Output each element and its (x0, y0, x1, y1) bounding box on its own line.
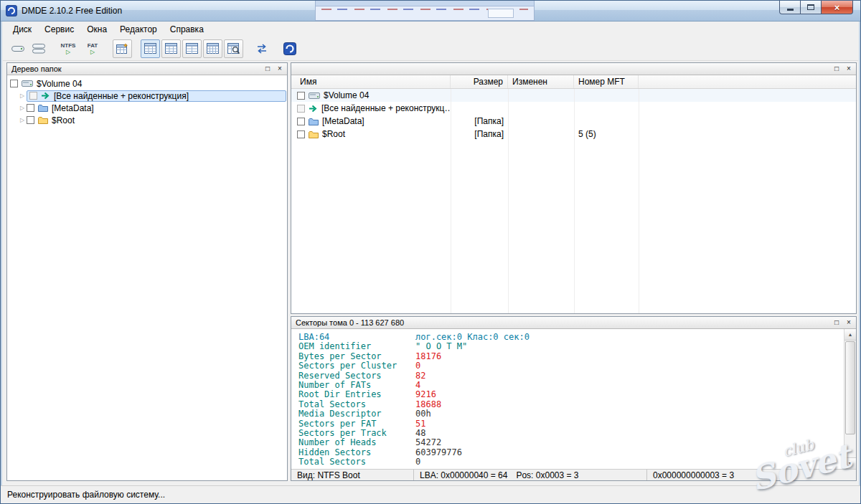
tree-item-root[interactable]: ▷ $Root (7, 114, 287, 126)
menu-service[interactable]: Сервис (38, 23, 80, 36)
sector-field-line[interactable]: Sectors per Track48 (298, 429, 844, 438)
table-icon (165, 43, 177, 54)
lba-label: LBA:64 (298, 333, 415, 342)
column-name[interactable]: Имя (291, 75, 451, 88)
table-icon (186, 43, 198, 54)
about-dmde-button[interactable] (280, 39, 299, 58)
swap-bytes-button[interactable] (252, 39, 271, 58)
menu-disk[interactable]: Диск (6, 23, 38, 36)
checkbox[interactable] (297, 118, 305, 125)
sector-field-line[interactable]: Root Dir Entries9216 (298, 390, 844, 399)
window-title: DMDE 2.10.2 Free Edition (22, 6, 122, 16)
sector-lba-line[interactable]: LBA:64лог.сек:0 Клас:0 сек:0 (298, 333, 844, 342)
checkbox[interactable] (297, 92, 305, 100)
new-scan-button[interactable] (113, 39, 132, 58)
close-panel-icon[interactable]: × (275, 65, 285, 74)
ntfs-search-button[interactable]: NTFS ▷ (57, 39, 80, 58)
field-value: 0 (415, 457, 420, 467)
folder-blue-icon (38, 104, 48, 112)
expand-icon[interactable]: ▷ (18, 117, 27, 123)
expand-icon[interactable]: ▷ (18, 105, 27, 111)
clusters-view-button[interactable] (203, 39, 222, 58)
sector-panel-header: Секторы тома 0 - 113 627 680 □ × (291, 317, 856, 329)
toolbar: NTFS ▷ FAT ▷ (3, 37, 858, 61)
field-label: Number of FATs (298, 381, 415, 390)
titlebar[interactable]: DMDE 2.10.2 Free Edition × (1, 1, 860, 22)
checkbox[interactable] (10, 80, 18, 87)
tree-item-volume[interactable]: $Volume 04 (7, 77, 287, 90)
sector-field-line[interactable]: Number of Heads54272 (298, 438, 844, 447)
menu-windows[interactable]: Окна (80, 23, 113, 36)
scrollbar-thumb[interactable] (845, 341, 855, 434)
sector-hex-view[interactable]: LBA:64лог.сек:0 Клас:0 сек:0 OEM identif… (291, 329, 844, 469)
partitions-button[interactable] (161, 39, 181, 58)
checkbox[interactable] (29, 92, 37, 100)
checkbox[interactable] (27, 116, 34, 124)
sector-field-line[interactable]: Bytes per Sector18176 (298, 352, 844, 361)
fat-search-button[interactable]: FAT ▷ (81, 39, 104, 58)
field-label: Sectors per Track (298, 429, 415, 438)
field-label: Hidden Sectors (298, 448, 415, 457)
status-text: Реконструировать файловую систему... (7, 490, 165, 500)
table-icon (144, 43, 156, 54)
tree-item-label: [Все найденные + реконструкция] (54, 91, 189, 101)
field-value: 18176 (415, 351, 441, 361)
sector-field-line[interactable]: Media Descriptor00h (298, 409, 844, 419)
minimize-icon (787, 9, 794, 11)
sector-field-line[interactable]: Number of FATs4 (298, 381, 844, 390)
select-disk-button[interactable] (8, 39, 27, 58)
close-panel-icon[interactable]: × (844, 318, 854, 328)
sector-field-line[interactable]: Hidden Sectors603979776 (298, 448, 844, 457)
close-panel-icon[interactable]: × (844, 65, 854, 74)
column-mft[interactable]: Номер MFT (574, 75, 639, 88)
checkbox[interactable] (297, 130, 305, 138)
checkbox[interactable] (27, 104, 34, 112)
tree-item-metadata[interactable]: ▷ [MetaData] (7, 102, 287, 114)
disk-icon (11, 44, 24, 53)
vertical-scrollbar[interactable]: ▲ ▼ (844, 329, 856, 469)
maximize-button[interactable] (800, 1, 822, 14)
expand-icon[interactable]: ▷ (18, 92, 27, 99)
column-modified[interactable]: Изменен (508, 75, 574, 88)
maximize-icon (807, 4, 814, 10)
field-label: Sectors per FAT (298, 419, 415, 429)
menu-help[interactable]: Справка (164, 23, 210, 36)
column-size[interactable]: Размер (451, 75, 508, 88)
float-panel-icon[interactable]: □ (832, 318, 842, 328)
field-label: Sectors per Cluster (298, 361, 415, 371)
open-volume-button[interactable] (141, 39, 160, 58)
scroll-up-icon[interactable]: ▲ (844, 329, 856, 341)
disk-stack-button[interactable] (29, 39, 48, 58)
mft-view-button[interactable] (182, 39, 202, 58)
dmde-window: DMDE 2.10.2 Free Edition × Диск Сервис О… (0, 0, 861, 504)
pos-status: Pos: 0x0003 = 3 (516, 470, 578, 480)
scroll-down-icon[interactable]: ▼ (844, 457, 856, 469)
lba-position-status: LBA: 0x00000040 = 64 Pos: 0x0003 = 3 (414, 470, 647, 480)
sector-field-line[interactable]: Sectors per Cluster0 (298, 361, 844, 371)
column-filler (639, 75, 856, 88)
menu-editor[interactable]: Редактор (113, 23, 164, 36)
sector-panel: Секторы тома 0 - 113 627 680 □ × LBA:64л… (291, 316, 857, 481)
minimize-button[interactable] (779, 1, 801, 14)
tree-item-label: [MetaData] (52, 103, 94, 113)
sector-field-line[interactable]: OEM identifier" O O T M" (298, 342, 844, 351)
sector-field-line[interactable]: Reserved Sectors82 (298, 371, 844, 381)
tree-item-label: $Root (52, 115, 75, 125)
sector-field-line[interactable]: Sectors per FAT51 (298, 419, 844, 429)
tree-item-all-found[interactable]: ▷ [Все найденные + реконструкция] (7, 90, 287, 102)
field-value: 00h (415, 409, 431, 419)
search-button[interactable] (224, 39, 243, 58)
sector-field-line[interactable]: Total Sectors0 (298, 457, 844, 467)
sector-field-line[interactable]: Total Sectors18688 (298, 400, 844, 409)
close-button[interactable]: × (821, 1, 853, 14)
file-name: $Root (322, 129, 345, 139)
file-panel-header: □ × (291, 63, 856, 75)
column-header-row: Имя Размер Изменен Номер MFT (291, 75, 856, 89)
float-panel-icon[interactable]: □ (832, 65, 842, 74)
float-panel-icon[interactable]: □ (263, 65, 273, 74)
file-name: $Volume 04 (324, 90, 369, 100)
view-mode-status: Вид: NTFS Boot (291, 470, 414, 480)
field-label: Number of Heads (298, 438, 415, 447)
ntfs-run-icon: ▷ (66, 49, 70, 54)
checkbox[interactable] (297, 105, 305, 113)
